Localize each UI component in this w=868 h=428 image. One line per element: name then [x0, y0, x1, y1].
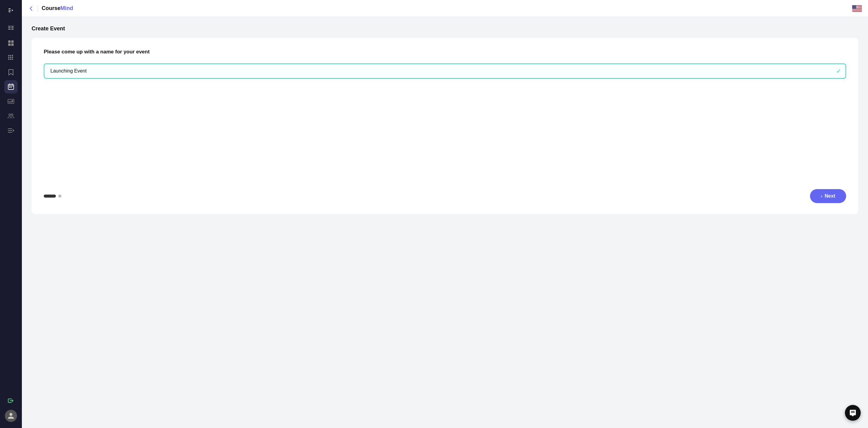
card-footer: › Next [44, 182, 846, 203]
chat-bubble-button[interactable] [845, 405, 861, 421]
card-question: Please come up with a name for your even… [44, 49, 846, 55]
svg-text:★ ★ ★ ★ ★ ★: ★ ★ ★ ★ ★ ★ [852, 7, 859, 8]
sidebar-item-bookmark[interactable] [4, 66, 18, 79]
svg-rect-41 [852, 11, 862, 11]
brand-course: Course [41, 5, 60, 11]
header: CourseMind ★ ★ ★ ★ ★ ★ ★ ★ ★ ★ ★ ★ ★ ★ ★… [22, 0, 868, 17]
svg-rect-20 [10, 59, 11, 60]
svg-rect-4 [8, 27, 11, 28]
svg-rect-27 [11, 87, 11, 88]
next-button-icon: › [821, 194, 823, 199]
avatar[interactable] [5, 410, 17, 422]
back-button[interactable] [28, 5, 34, 11]
svg-rect-40 [852, 10, 862, 10]
svg-point-31 [11, 114, 13, 116]
svg-rect-13 [8, 55, 9, 56]
logout-button[interactable] [4, 394, 18, 407]
step-dot-1 [44, 195, 56, 198]
next-button-label: Next [825, 193, 835, 199]
svg-rect-12 [11, 43, 14, 46]
sidebar-nav: MD [0, 22, 22, 394]
event-name-input-wrapper: ✓ [44, 63, 846, 78]
svg-rect-1 [8, 10, 11, 11]
svg-rect-10 [11, 40, 14, 43]
sidebar-item-list-arrow[interactable] [4, 124, 18, 137]
svg-rect-14 [10, 55, 11, 56]
main-content: CourseMind ★ ★ ★ ★ ★ ★ ★ ★ ★ ★ ★ ★ ★ ★ ★… [22, 0, 868, 428]
svg-rect-0 [8, 8, 11, 9]
svg-point-30 [9, 114, 11, 116]
header-divider [38, 5, 38, 12]
svg-rect-6 [11, 26, 14, 27]
sidebar-bottom [4, 394, 18, 424]
sidebar-item-markdown[interactable]: MD [4, 95, 18, 108]
svg-rect-26 [9, 87, 10, 88]
sidebar-item-layout[interactable] [4, 51, 18, 64]
page-body: Create Event Please come up with a name … [22, 17, 868, 428]
svg-rect-16 [8, 57, 9, 58]
create-event-card: Please come up with a name for your even… [32, 38, 858, 214]
sidebar-item-widgets[interactable] [4, 36, 18, 50]
step-dot-2 [58, 195, 61, 198]
sidebar-item-calendar[interactable] [4, 80, 18, 94]
step-dots [44, 195, 61, 198]
svg-rect-8 [11, 29, 14, 30]
next-button[interactable]: › Next [810, 189, 846, 203]
svg-rect-5 [8, 29, 11, 30]
svg-rect-7 [11, 27, 14, 28]
svg-rect-3 [8, 26, 11, 27]
svg-rect-11 [8, 43, 11, 46]
svg-rect-17 [10, 57, 11, 58]
page-title: Create Event [32, 26, 858, 32]
svg-rect-39 [852, 8, 862, 9]
sidebar-toggle-button[interactable] [4, 4, 18, 17]
language-flag[interactable]: ★ ★ ★ ★ ★ ★ ★ ★ ★ ★ ★ ★ ★ ★ ★ ★ ★ [852, 5, 862, 12]
sidebar: MD [0, 0, 22, 428]
brand-mind: Mind [60, 5, 73, 11]
sidebar-item-users[interactable] [4, 109, 18, 123]
svg-rect-2 [8, 11, 11, 12]
svg-rect-21 [12, 59, 13, 60]
brand-logo: CourseMind [41, 5, 73, 11]
svg-rect-9 [8, 40, 11, 43]
svg-rect-18 [12, 57, 13, 58]
svg-rect-15 [12, 55, 13, 56]
sidebar-item-dashboard[interactable] [4, 22, 18, 35]
event-name-input[interactable] [44, 63, 846, 78]
input-check-icon: ✓ [836, 67, 841, 75]
svg-rect-19 [8, 59, 9, 60]
